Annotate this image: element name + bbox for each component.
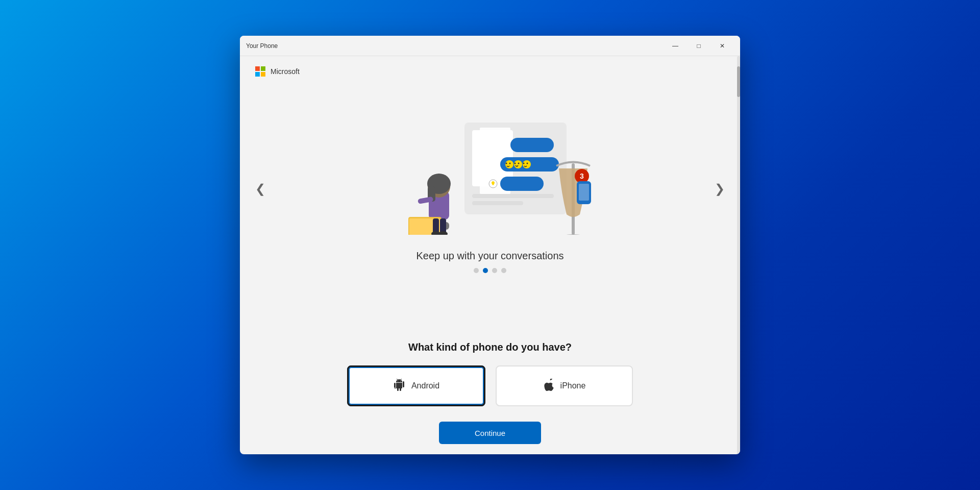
iphone-button[interactable]: iPhone [496, 365, 633, 406]
logo-green-square [261, 66, 265, 71]
maximize-button[interactable]: □ [687, 38, 710, 54]
main-content: Microsoft ❮ [240, 56, 740, 454]
close-button[interactable]: ✕ [710, 38, 734, 54]
svg-rect-29 [500, 177, 544, 191]
microsoft-logo [255, 66, 265, 77]
carousel-dot-2[interactable] [492, 268, 497, 273]
logo-area: Microsoft [240, 56, 740, 87]
svg-point-28 [527, 163, 528, 164]
svg-rect-31 [472, 194, 554, 198]
svg-point-25 [518, 163, 520, 164]
carousel-area: ❮ [240, 87, 740, 341]
carousel-dot-0[interactable] [474, 268, 479, 273]
iphone-label: iPhone [560, 381, 586, 390]
android-icon [393, 379, 405, 394]
logo-blue-square [255, 72, 260, 77]
svg-point-34 [560, 234, 586, 235]
svg-point-21 [506, 163, 507, 164]
carousel-dot-1[interactable] [483, 268, 488, 273]
phone-options: Android iPhone [347, 365, 633, 406]
android-button[interactable]: Android [347, 365, 485, 406]
carousel-caption: Keep up with your conversations [416, 250, 564, 262]
svg-point-24 [514, 163, 516, 164]
logo-red-square [255, 66, 260, 71]
scene-svg: 3 [362, 92, 618, 235]
scrollbar-thumb[interactable] [737, 66, 740, 97]
app-window: Your Phone — □ ✕ Microsoft ❮ [240, 36, 740, 454]
svg-point-27 [523, 163, 525, 164]
carousel-next-button[interactable]: ❯ [709, 179, 730, 199]
window-controls: — □ ✕ [664, 38, 734, 54]
svg-point-20 [505, 160, 513, 168]
android-label: Android [411, 381, 439, 390]
question-section: What kind of phone do you have? Android [240, 341, 740, 454]
logo-yellow-square [261, 72, 265, 77]
question-title: What kind of phone do you have? [408, 341, 572, 353]
carousel-dot-3[interactable] [501, 268, 506, 273]
illustration: 3 [362, 92, 618, 235]
svg-text:3: 3 [580, 172, 584, 180]
window-title: Your Phone [246, 42, 278, 50]
svg-point-23 [514, 160, 522, 168]
svg-rect-38 [579, 184, 589, 201]
logo-text: Microsoft [271, 67, 300, 76]
minimize-button[interactable]: — [664, 38, 687, 54]
continue-button[interactable]: Continue [439, 422, 541, 444]
svg-point-22 [509, 163, 511, 164]
svg-rect-18 [510, 138, 554, 152]
carousel-dots [474, 268, 506, 273]
scrollbar[interactable] [737, 56, 740, 454]
svg-rect-32 [472, 201, 523, 205]
illustration-container: 3 [240, 87, 740, 240]
apple-icon [543, 379, 554, 394]
svg-point-26 [523, 160, 531, 168]
titlebar: Your Phone — □ ✕ [240, 36, 740, 56]
